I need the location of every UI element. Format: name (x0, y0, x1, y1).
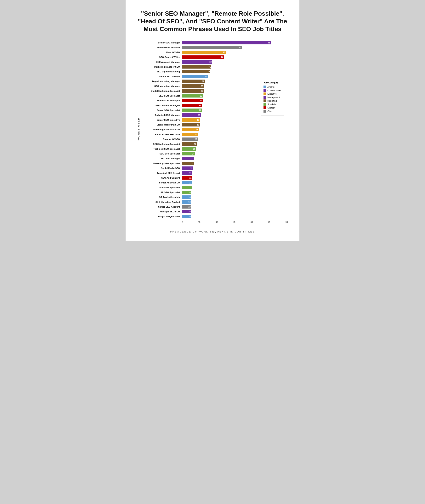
bar-row: Technical SEO Expert11 (141, 171, 288, 175)
legend-item-label: Other (267, 110, 273, 112)
x-tick: 30 (216, 221, 218, 223)
bar-row: Senior SEO Account10 (141, 205, 288, 209)
bar-track: 17 (182, 137, 288, 141)
bar-fill: 11 (182, 186, 192, 189)
bar-value: 19 (197, 124, 199, 126)
x-tick: 60 (251, 221, 253, 223)
bar-label: SR SEO Specialist (141, 191, 182, 194)
bar-fill: 24 (182, 79, 205, 83)
bar-value: 63 (239, 46, 241, 49)
legend-item: Executive (264, 92, 281, 95)
bar-fill: 31 (182, 65, 211, 69)
bar-label: SEO SEM Specialist (141, 95, 182, 97)
bar-label: Director Of SEO (141, 138, 182, 140)
bar-row: SEO Account Manager32 (141, 60, 288, 64)
bar-fill: 23 (182, 89, 204, 93)
bar-value: 19 (197, 119, 199, 121)
bar-fill: 10 (182, 215, 191, 218)
bar-track: 13 (182, 157, 288, 161)
bar-label: SEO Account Manager (141, 61, 182, 63)
legend-title: Job Category (264, 81, 281, 84)
bar-label: SEO And Content (141, 177, 182, 179)
bar-row: Senior SEO Manager93 (141, 40, 288, 45)
bar-value: 31 (208, 66, 211, 68)
bar-row: Senior SEO Analyst27 (141, 74, 288, 79)
bar-row: Digital Marketing SEO19 (141, 123, 288, 127)
bar-fill: 93 (182, 41, 271, 44)
chart-title: "Senior SEO Manager", "Remote Role Possi… (137, 10, 288, 33)
bar-fill: 63 (182, 46, 242, 49)
bar-label: SEO Content Strategist (141, 104, 182, 107)
bar-value: 30 (207, 71, 210, 73)
bar-track: 10 (182, 205, 288, 209)
bar-value: 13 (191, 162, 193, 164)
bar-row: Technical SEO Specialist15 (141, 147, 288, 151)
bar-label: SEO Digital Marketing (141, 71, 182, 73)
bar-track: 12 (182, 166, 288, 170)
bar-fill: 21 (182, 104, 202, 107)
legend-item-label: Analyst (267, 86, 274, 88)
bar-row: Analyst Insights SEO10 (141, 214, 288, 219)
bar-fill: 20 (182, 113, 201, 117)
bar-value: 14 (192, 153, 194, 155)
legend-items: AnalystContent WriterExecutiveManagement… (264, 85, 281, 113)
bar-value: 46 (223, 51, 225, 53)
bar-track: 11 (182, 171, 288, 175)
bar-fill: 10 (182, 196, 191, 199)
bar-value: 17 (195, 138, 197, 140)
bar-fill: 10 (182, 190, 191, 194)
bar-value: 22 (200, 95, 202, 97)
bar-row: SR SEO Specialist10 (141, 190, 288, 195)
bar-label: Head Of SEO (141, 51, 182, 53)
bar-fill: 22 (182, 94, 203, 98)
bar-value: 12 (190, 167, 193, 169)
bar-track: 18 (182, 127, 288, 132)
bar-row: And SEO Specialist11 (141, 185, 288, 190)
bar-row: Manager SEO SEM10 (141, 209, 288, 214)
bar-row: Technical SEO Executive17 (141, 132, 288, 137)
legend-item-label: Content Writer (267, 89, 281, 92)
x-tick: 15 (198, 221, 200, 223)
bar-track: 27 (182, 74, 288, 79)
bar-label: Marketing Specialist SEO (141, 128, 182, 131)
bar-track: 10 (182, 190, 288, 195)
x-tick: 0 (182, 221, 183, 223)
bar-track: 14 (182, 152, 288, 156)
legend-item: Other (264, 110, 281, 113)
bar-fill: 46 (182, 51, 226, 54)
bar-value: 11 (189, 182, 192, 184)
bar-track: 10 (182, 209, 288, 214)
bar-label: Remote Role Possible (141, 46, 182, 49)
bar-label: SEO Seo Manager (141, 157, 182, 160)
bar-value: 11 (189, 177, 192, 179)
bar-value: 21 (199, 109, 201, 111)
bar-track: 16 (182, 142, 288, 146)
legend-item: Management (264, 96, 281, 99)
bar-value: 13 (191, 157, 193, 160)
x-axis-ticks: 0153045607590 (182, 220, 288, 223)
bar-track: 17 (182, 132, 288, 137)
legend-color-swatch (264, 103, 266, 106)
legend-color-swatch (264, 85, 266, 88)
bar-value: 11 (189, 187, 192, 189)
bar-value: 10 (188, 196, 191, 198)
legend-color-swatch (264, 106, 266, 109)
bar-track: 32 (182, 60, 288, 64)
bar-label: Analyst Insights SEO (141, 215, 182, 218)
bar-row: SEO Digital Marketing30 (141, 70, 288, 74)
bar-fill: 18 (182, 128, 199, 131)
legend-item-label: Management (267, 96, 280, 98)
bar-value: 10 (188, 191, 191, 194)
bar-row: Senior SEO Executive19 (141, 118, 288, 122)
bar-fill: 30 (182, 70, 210, 73)
bar-value: 44 (221, 56, 223, 58)
bar-track: 63 (182, 45, 288, 50)
bar-track: 46 (182, 50, 288, 54)
bar-fill: 10 (182, 200, 191, 204)
bar-fill: 10 (182, 205, 191, 209)
bar-label: Digital Marketing Manager (141, 80, 182, 82)
bar-row: Social Media SEO12 (141, 166, 288, 170)
x-tick: 90 (286, 221, 288, 223)
x-axis: 0153045607590 (182, 220, 288, 223)
bar-track: 11 (182, 176, 288, 180)
